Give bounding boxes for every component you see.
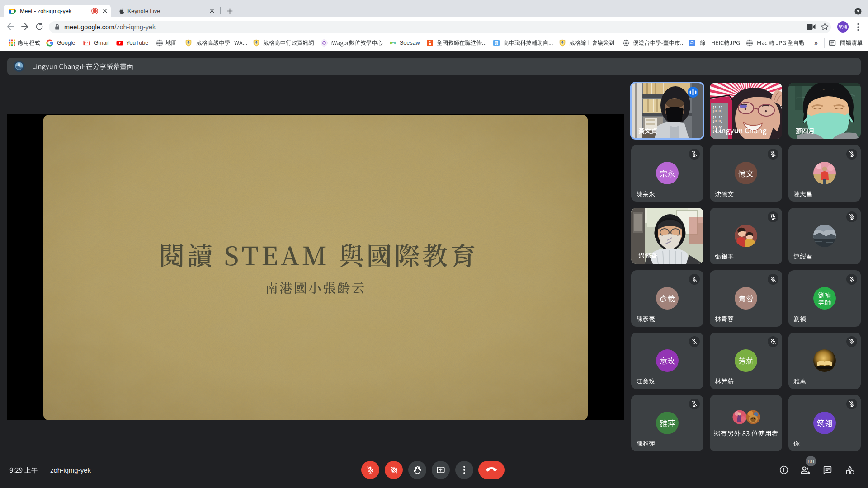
svg-text:[0 0]: [0 0] — [712, 126, 723, 129]
svg-text:[0 0]: [0 0] — [712, 109, 723, 113]
svg-text:HEIC: HEIC — [690, 42, 694, 45]
svg-text:[0 0]: [0 0] — [712, 129, 723, 133]
svg-text:[1 1]: [1 1] — [712, 106, 723, 109]
svg-text:[1 1]: [1 1] — [712, 116, 723, 119]
svg-text:[0 0]: [0 0] — [712, 119, 723, 123]
